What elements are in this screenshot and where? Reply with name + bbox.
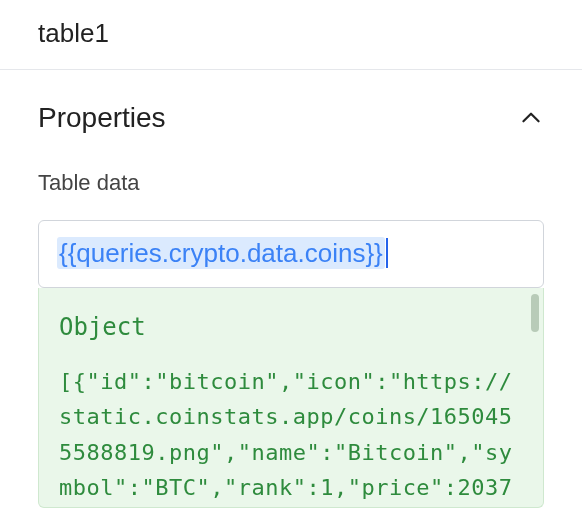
section-title: Properties [38, 102, 166, 134]
section-header[interactable]: Properties [38, 102, 544, 134]
table-data-input[interactable]: {{queries.crypto.data.coins}} [38, 220, 544, 288]
widget-title: table1 [0, 0, 582, 70]
evaluation-preview: Object [{"id":"bitcoin","icon":"https://… [38, 288, 544, 508]
binding-expression: {{queries.crypto.data.coins}} [57, 237, 385, 269]
preview-body: [{"id":"bitcoin","icon":"https://static.… [59, 364, 523, 505]
text-caret [386, 238, 388, 268]
chevron-up-icon[interactable] [518, 105, 544, 131]
field-label: Table data [38, 170, 544, 196]
widget-title-text: table1 [38, 18, 109, 48]
preview-scrollbar[interactable] [531, 294, 539, 332]
preview-type-label: Object [59, 308, 523, 346]
properties-panel: Properties Table data {{queries.crypto.d… [0, 70, 582, 508]
